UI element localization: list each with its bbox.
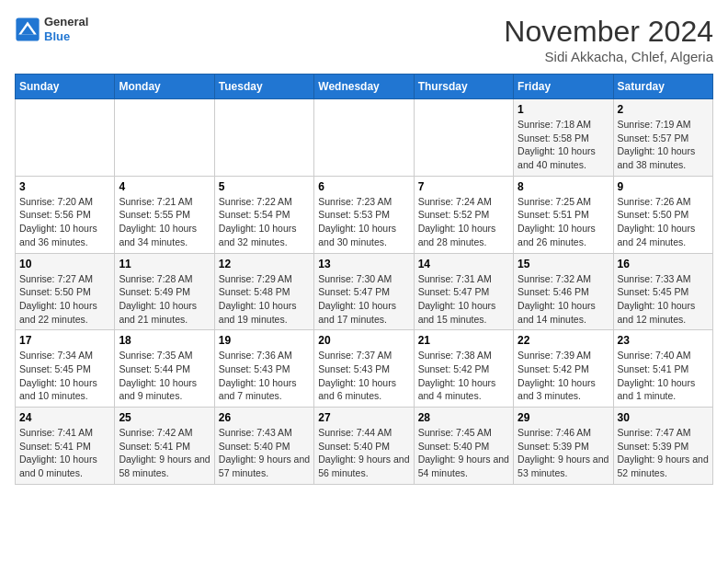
day-info: Sunrise: 7:38 AM Sunset: 5:42 PM Dayligh… — [418, 349, 509, 403]
calendar-cell: 30Sunrise: 7:47 AM Sunset: 5:39 PM Dayli… — [613, 408, 712, 485]
calendar-cell: 17Sunrise: 7:34 AM Sunset: 5:45 PM Dayli… — [16, 330, 115, 408]
calendar-cell: 15Sunrise: 7:32 AM Sunset: 5:46 PM Dayli… — [514, 253, 613, 330]
day-number: 28 — [418, 411, 509, 424]
day-info: Sunrise: 7:29 AM Sunset: 5:48 PM Dayligh… — [219, 272, 310, 327]
day-info: Sunrise: 7:28 AM Sunset: 5:49 PM Dayligh… — [119, 272, 210, 327]
title-block: November 2024 Sidi Akkacha, Chlef, Alger… — [504, 15, 713, 64]
day-info: Sunrise: 7:33 AM Sunset: 5:45 PM Dayligh… — [618, 272, 709, 327]
day-info: Sunrise: 7:22 AM Sunset: 5:54 PM Dayligh… — [219, 195, 310, 249]
calendar-cell: 5Sunrise: 7:22 AM Sunset: 5:54 PM Daylig… — [214, 176, 313, 253]
calendar-body: 1Sunrise: 7:18 AM Sunset: 5:58 PM Daylig… — [16, 99, 713, 485]
day-number: 23 — [618, 334, 709, 347]
day-number: 6 — [318, 180, 409, 193]
calendar-cell: 26Sunrise: 7:43 AM Sunset: 5:40 PM Dayli… — [214, 408, 313, 485]
calendar-cell — [214, 99, 313, 177]
day-number: 27 — [318, 411, 409, 424]
day-number: 18 — [119, 334, 210, 347]
day-number: 5 — [219, 180, 310, 193]
logo-icon — [15, 17, 40, 42]
weekday-header: Sunday — [16, 75, 115, 99]
calendar-cell: 14Sunrise: 7:31 AM Sunset: 5:47 PM Dayli… — [414, 253, 513, 330]
day-number: 29 — [518, 411, 609, 424]
day-info: Sunrise: 7:37 AM Sunset: 5:43 PM Dayligh… — [318, 349, 409, 403]
day-info: Sunrise: 7:31 AM Sunset: 5:47 PM Dayligh… — [418, 272, 509, 327]
calendar-cell: 24Sunrise: 7:41 AM Sunset: 5:41 PM Dayli… — [16, 408, 115, 485]
day-info: Sunrise: 7:47 AM Sunset: 5:39 PM Dayligh… — [618, 426, 709, 480]
weekday-row: SundayMondayTuesdayWednesdayThursdayFrid… — [16, 75, 713, 99]
calendar-cell: 19Sunrise: 7:36 AM Sunset: 5:43 PM Dayli… — [214, 330, 313, 408]
day-info: Sunrise: 7:35 AM Sunset: 5:44 PM Dayligh… — [119, 349, 210, 403]
day-info: Sunrise: 7:25 AM Sunset: 5:51 PM Dayligh… — [518, 195, 609, 249]
calendar-cell: 2Sunrise: 7:19 AM Sunset: 5:57 PM Daylig… — [613, 99, 712, 177]
day-number: 4 — [119, 180, 210, 193]
calendar-week-row: 1Sunrise: 7:18 AM Sunset: 5:58 PM Daylig… — [16, 99, 713, 177]
weekday-header: Thursday — [414, 75, 513, 99]
weekday-header: Monday — [115, 75, 214, 99]
calendar-week-row: 10Sunrise: 7:27 AM Sunset: 5:50 PM Dayli… — [16, 253, 713, 330]
calendar-cell: 8Sunrise: 7:25 AM Sunset: 5:51 PM Daylig… — [514, 176, 613, 253]
day-number: 1 — [518, 103, 609, 116]
calendar-table: SundayMondayTuesdayWednesdayThursdayFrid… — [15, 74, 713, 485]
day-info: Sunrise: 7:24 AM Sunset: 5:52 PM Dayligh… — [418, 195, 509, 249]
day-number: 11 — [119, 258, 210, 270]
day-info: Sunrise: 7:45 AM Sunset: 5:40 PM Dayligh… — [418, 426, 509, 480]
calendar-cell: 6Sunrise: 7:23 AM Sunset: 5:53 PM Daylig… — [314, 176, 414, 253]
calendar-cell: 4Sunrise: 7:21 AM Sunset: 5:55 PM Daylig… — [115, 176, 214, 253]
day-number: 15 — [518, 258, 609, 270]
calendar-cell: 16Sunrise: 7:33 AM Sunset: 5:45 PM Dayli… — [613, 253, 712, 330]
day-number: 10 — [19, 258, 110, 270]
day-info: Sunrise: 7:26 AM Sunset: 5:50 PM Dayligh… — [618, 195, 709, 249]
calendar-week-row: 3Sunrise: 7:20 AM Sunset: 5:56 PM Daylig… — [16, 176, 713, 253]
day-number: 3 — [19, 180, 110, 193]
day-info: Sunrise: 7:42 AM Sunset: 5:41 PM Dayligh… — [119, 426, 210, 480]
day-number: 14 — [418, 258, 509, 270]
day-info: Sunrise: 7:19 AM Sunset: 5:57 PM Dayligh… — [618, 118, 709, 172]
day-info: Sunrise: 7:18 AM Sunset: 5:58 PM Dayligh… — [518, 118, 609, 172]
calendar-cell: 10Sunrise: 7:27 AM Sunset: 5:50 PM Dayli… — [16, 253, 115, 330]
calendar-cell: 18Sunrise: 7:35 AM Sunset: 5:44 PM Dayli… — [115, 330, 214, 408]
logo-text: General Blue — [44, 15, 88, 43]
day-number: 8 — [518, 180, 609, 193]
day-number: 9 — [618, 180, 709, 193]
calendar-week-row: 24Sunrise: 7:41 AM Sunset: 5:41 PM Dayli… — [16, 408, 713, 485]
day-number: 24 — [19, 411, 110, 424]
calendar-cell: 22Sunrise: 7:39 AM Sunset: 5:42 PM Dayli… — [514, 330, 613, 408]
page-header: General Blue November 2024 Sidi Akkacha,… — [15, 15, 713, 64]
calendar-cell: 29Sunrise: 7:46 AM Sunset: 5:39 PM Dayli… — [514, 408, 613, 485]
weekday-header: Wednesday — [314, 75, 414, 99]
calendar-cell: 3Sunrise: 7:20 AM Sunset: 5:56 PM Daylig… — [16, 176, 115, 253]
month-title: November 2024 — [504, 15, 713, 49]
weekday-header: Tuesday — [214, 75, 313, 99]
day-number: 19 — [219, 334, 310, 347]
day-info: Sunrise: 7:23 AM Sunset: 5:53 PM Dayligh… — [318, 195, 409, 249]
day-info: Sunrise: 7:27 AM Sunset: 5:50 PM Dayligh… — [19, 272, 110, 327]
day-info: Sunrise: 7:44 AM Sunset: 5:40 PM Dayligh… — [318, 426, 409, 480]
calendar-cell: 13Sunrise: 7:30 AM Sunset: 5:47 PM Dayli… — [314, 253, 414, 330]
logo-line2: Blue — [44, 29, 88, 44]
calendar-cell: 9Sunrise: 7:26 AM Sunset: 5:50 PM Daylig… — [613, 176, 712, 253]
day-number: 12 — [219, 258, 310, 270]
day-number: 2 — [618, 103, 709, 116]
weekday-header: Friday — [514, 75, 613, 99]
calendar-cell: 27Sunrise: 7:44 AM Sunset: 5:40 PM Dayli… — [314, 408, 414, 485]
day-number: 25 — [119, 411, 210, 424]
calendar-cell: 11Sunrise: 7:28 AM Sunset: 5:49 PM Dayli… — [115, 253, 214, 330]
day-info: Sunrise: 7:32 AM Sunset: 5:46 PM Dayligh… — [518, 272, 609, 327]
day-number: 16 — [618, 258, 709, 270]
logo: General Blue — [15, 15, 88, 43]
calendar-cell: 1Sunrise: 7:18 AM Sunset: 5:58 PM Daylig… — [514, 99, 613, 177]
calendar-cell — [115, 99, 214, 177]
day-info: Sunrise: 7:21 AM Sunset: 5:55 PM Dayligh… — [119, 195, 210, 249]
weekday-header: Saturday — [613, 75, 712, 99]
logo-line1: General — [44, 15, 88, 29]
day-number: 26 — [219, 411, 310, 424]
calendar-cell — [314, 99, 414, 177]
day-info: Sunrise: 7:34 AM Sunset: 5:45 PM Dayligh… — [19, 349, 110, 403]
calendar-cell: 25Sunrise: 7:42 AM Sunset: 5:41 PM Dayli… — [115, 408, 214, 485]
calendar-cell: 23Sunrise: 7:40 AM Sunset: 5:41 PM Dayli… — [613, 330, 712, 408]
day-info: Sunrise: 7:39 AM Sunset: 5:42 PM Dayligh… — [518, 349, 609, 403]
day-info: Sunrise: 7:30 AM Sunset: 5:47 PM Dayligh… — [318, 272, 409, 327]
day-number: 7 — [418, 180, 509, 193]
day-number: 17 — [19, 334, 110, 347]
calendar-cell: 21Sunrise: 7:38 AM Sunset: 5:42 PM Dayli… — [414, 330, 513, 408]
